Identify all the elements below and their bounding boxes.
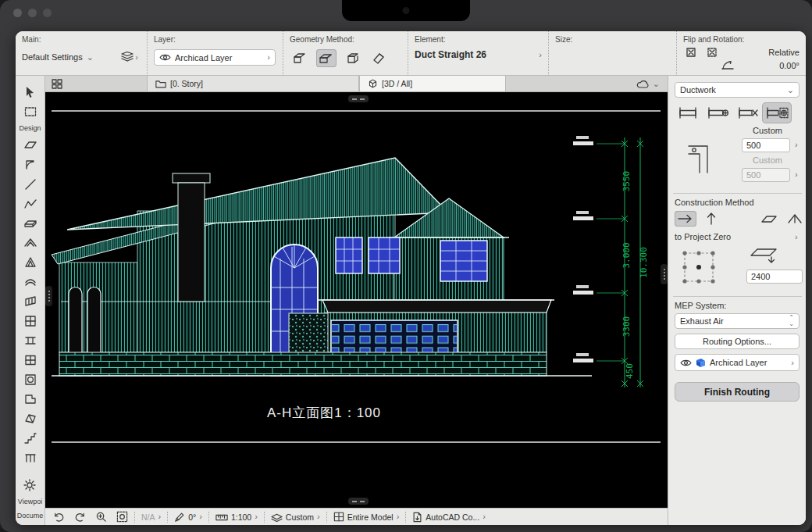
beam-tool[interactable] <box>16 330 45 350</box>
chevron-right-icon: › <box>483 512 486 521</box>
chevron-right-icon: › <box>791 359 794 367</box>
pen-set-status[interactable]: N/A› <box>137 512 166 522</box>
tab-story[interactable]: [0. Story] <box>147 76 359 91</box>
elevation-reference-button[interactable] <box>750 246 778 266</box>
viewpoint-section-label: Viewpoi <box>18 495 42 509</box>
zoom-in-icon <box>95 511 107 523</box>
orientation-value: 0° <box>188 512 196 522</box>
slab-tool[interactable] <box>16 213 45 233</box>
door-tool[interactable] <box>16 155 45 174</box>
window-tool[interactable] <box>16 350 45 370</box>
splitter-handle-right[interactable] <box>661 264 668 284</box>
splitter-handle-left[interactable] <box>45 286 52 306</box>
zoom-extent-icon <box>116 511 128 523</box>
line-tool[interactable] <box>16 174 45 194</box>
flip-x-icon <box>686 47 698 58</box>
main-label: Main: <box>22 35 141 44</box>
eye-icon <box>159 53 171 62</box>
layer-selector[interactable]: Archicad Layer › <box>675 354 800 371</box>
route-angle-button[interactable] <box>785 211 804 227</box>
undo-icon <box>53 512 65 523</box>
routing-options-button[interactable]: Routing Options... <box>675 334 800 349</box>
geometry-box-button[interactable] <box>343 49 363 67</box>
custom-height-input[interactable]: 500 <box>742 168 790 182</box>
redo-button[interactable] <box>69 512 91 523</box>
element-value: Duct Straight 26 <box>415 49 486 60</box>
geometry-single-button[interactable] <box>290 49 310 67</box>
flip-vertical-button[interactable] <box>704 45 721 59</box>
scale-status[interactable]: 1:100› <box>211 512 262 522</box>
roof-tool[interactable] <box>16 233 45 252</box>
chevron-right-icon[interactable]: › <box>795 170 798 179</box>
undo-button[interactable] <box>48 512 69 523</box>
rotation-angle-value[interactable]: 0.00° <box>779 61 800 70</box>
mesh-tool[interactable] <box>16 252 45 272</box>
route-horizontal-button[interactable] <box>675 211 696 227</box>
drawing-canvas[interactable]: 3550 3.000 3300 450 10.300 A-H立面图1：100 <box>45 92 668 508</box>
relative-toggle[interactable]: Relative <box>768 48 800 57</box>
marquee-tool[interactable] <box>16 102 45 121</box>
column-grid-tool[interactable] <box>16 311 45 330</box>
flip-horizontal-button[interactable] <box>683 45 700 59</box>
layer-dropdown[interactable]: Archicad Layer › <box>154 49 276 66</box>
layer-value: Archicad Layer <box>175 53 232 62</box>
stair-tool[interactable] <box>16 428 45 448</box>
chevron-right-icon: › <box>158 512 162 521</box>
geometry-rotated-button[interactable] <box>369 49 390 67</box>
zone-tool[interactable] <box>16 389 45 409</box>
close-button[interactable] <box>13 9 22 17</box>
system-type-dropdown[interactable]: Ductwork ⌄ <box>675 82 800 98</box>
tab-3d-all[interactable]: [3D / All] <box>359 76 506 91</box>
curtain-wall-tool[interactable] <box>16 291 45 311</box>
railing-tool[interactable] <box>16 448 45 467</box>
duct-elbow-button[interactable] <box>686 143 715 177</box>
zoom-button[interactable] <box>43 9 52 17</box>
morph-tool[interactable] <box>16 409 45 428</box>
orientation-status[interactable]: 0°› <box>169 512 207 523</box>
splitter-handle-bottom[interactable] <box>348 498 369 505</box>
translator-status[interactable]: AutoCAD Co...› <box>408 512 490 523</box>
left-toolbar: Design Viewpoi <box>16 76 45 525</box>
duct-plain-button[interactable] <box>673 102 703 123</box>
translator-value: AutoCAD Co... <box>426 512 479 522</box>
chevron-right-icon[interactable]: › <box>539 51 542 59</box>
chevron-right-icon: › <box>267 53 270 62</box>
duct-terminal-button[interactable] <box>762 102 792 123</box>
splitter-handle-top[interactable] <box>348 95 369 102</box>
structure-display-status[interactable]: Entire Model› <box>329 512 404 522</box>
minimize-button[interactable] <box>28 9 37 17</box>
layer-combination-status[interactable]: Custom› <box>266 512 325 522</box>
lamp-tool[interactable] <box>17 475 44 495</box>
default-settings-dropdown[interactable]: Default Settings <box>22 52 83 62</box>
arrow-tool[interactable] <box>16 82 45 102</box>
object-tool[interactable] <box>16 370 45 389</box>
duct-cross-icon <box>735 105 759 120</box>
app-window: Main: Default Settings ⌄ › Layer: <box>16 31 806 525</box>
duct-connector-button[interactable] <box>703 102 732 123</box>
duct-end-options <box>673 102 792 123</box>
anchor-point-selector[interactable] <box>681 249 717 287</box>
teamwork-cloud-button[interactable]: ⌄ <box>629 76 668 91</box>
wall-tool[interactable] <box>16 135 45 155</box>
reference-level-dropdown[interactable]: to Project Zero <box>675 232 731 241</box>
zoom-extent-button[interactable] <box>112 511 133 523</box>
dim-10300: 10.300 <box>639 247 649 278</box>
route-slope-button[interactable] <box>759 211 779 227</box>
favorites-button[interactable]: › <box>117 49 141 65</box>
cube-3d-icon <box>368 78 378 89</box>
shell-tool[interactable] <box>16 272 45 291</box>
finish-routing-button[interactable]: Finish Routing <box>675 382 800 402</box>
polyline-tool[interactable] <box>16 194 45 213</box>
structure-display-value: Entire Model <box>347 512 394 522</box>
route-vertical-button[interactable] <box>703 210 720 227</box>
geometry-chain-button[interactable] <box>316 49 337 67</box>
chevron-right-icon[interactable]: › <box>795 232 798 241</box>
elevation-input[interactable]: 2400 <box>746 270 803 284</box>
duct-box-icon <box>345 51 361 66</box>
chevron-right-icon[interactable]: › <box>795 140 798 149</box>
quad-view-button[interactable] <box>45 76 69 91</box>
duct-cross-button[interactable] <box>732 102 762 123</box>
custom-width-input[interactable]: 500 <box>742 138 790 152</box>
zoom-in-button[interactable] <box>91 511 112 523</box>
mep-system-dropdown[interactable]: Exhaust Air ⌃⌄ <box>675 313 800 329</box>
